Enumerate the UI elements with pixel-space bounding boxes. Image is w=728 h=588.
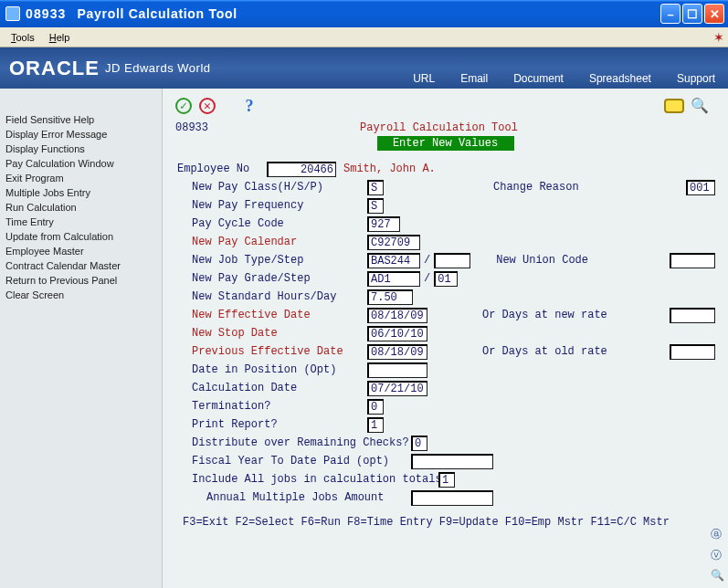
- change-reason-input[interactable]: [686, 180, 715, 195]
- termination-input[interactable]: [367, 399, 384, 415]
- date-in-pos-label: Date in Position (Opt): [175, 363, 367, 376]
- sidebar: Field Sensitive Help Display Error Messa…: [0, 89, 163, 588]
- termination-label: Termination?: [175, 400, 367, 413]
- menu-bar: Tools Help ✶: [0, 27, 728, 47]
- close-button[interactable]: ✕: [704, 4, 724, 24]
- dist-checks-label: Distribute over Remaining Checks?: [175, 436, 387, 449]
- eff-date-input[interactable]: [367, 308, 427, 323]
- minimize-button[interactable]: –: [660, 4, 681, 24]
- pay-freq-label: New Pay Frequency: [175, 199, 367, 212]
- pay-freq-input[interactable]: [367, 198, 384, 214]
- stop-date-input[interactable]: [367, 326, 427, 341]
- maximize-button[interactable]: ☐: [682, 4, 702, 24]
- brand-header: ORACLE JD Edwards World URL Email Docume…: [0, 47, 728, 89]
- annual-mj-label: Annual Multiple Jobs Amount: [175, 491, 387, 504]
- screen-title: Payroll Calculation Tool: [208, 121, 670, 134]
- std-hours-input[interactable]: [367, 289, 413, 305]
- sidebar-item[interactable]: Contract Calendar Master: [5, 258, 158, 273]
- change-reason-label: Change Reason: [493, 181, 579, 194]
- app-icon: [5, 6, 20, 21]
- fytd-paid-label: Fiscal Year To Date Paid (opt): [175, 455, 387, 467]
- scroll-up-icon[interactable]: ⓐ: [711, 527, 724, 542]
- search-icon[interactable]: 🔍: [691, 98, 708, 114]
- pay-grade-label: New Pay Grade/Step: [175, 272, 367, 285]
- print-report-input[interactable]: [367, 417, 384, 433]
- function-key-hint: F3=Exit F2=Select F6=Run F8=Time Entry F…: [175, 516, 715, 529]
- pay-cycle-label: Pay Cycle Code: [175, 217, 367, 230]
- calc-date-input[interactable]: [367, 381, 427, 396]
- employee-no-input[interactable]: [267, 162, 336, 177]
- job-step-input[interactable]: [434, 253, 470, 268]
- prev-eff-label: Previous Effective Date: [175, 345, 367, 358]
- date-in-pos-input[interactable]: [367, 362, 427, 378]
- toolbar: ✓ ✕ ? 🔍: [175, 96, 715, 116]
- pay-class-input[interactable]: [367, 180, 384, 195]
- headerlink-url[interactable]: URL: [413, 72, 435, 85]
- union-code-input[interactable]: [670, 253, 715, 268]
- pay-calendar-label: New Pay Calendar: [175, 236, 367, 248]
- pay-cycle-input[interactable]: [367, 216, 400, 232]
- oracle-logo: ORACLE: [9, 57, 100, 80]
- headerlink-spreadsheet[interactable]: Spreadsheet: [589, 72, 651, 85]
- dist-checks-input[interactable]: [411, 436, 427, 451]
- mode-banner: Enter New Values: [377, 136, 514, 151]
- employee-name: Smith, John A.: [343, 163, 436, 175]
- headerlink-support[interactable]: Support: [677, 72, 715, 85]
- sidebar-item[interactable]: Employee Master: [5, 244, 158, 258]
- cancel-icon[interactable]: ✕: [199, 98, 216, 114]
- menu-help[interactable]: Help: [42, 30, 78, 45]
- eff-date-label: New Effective Date: [175, 309, 367, 321]
- sidebar-item[interactable]: Clear Screen: [5, 288, 158, 302]
- days-new-input[interactable]: [670, 308, 715, 323]
- union-code-label: New Union Code: [496, 254, 588, 267]
- sidebar-item[interactable]: Multiple Jobs Entry: [5, 185, 158, 200]
- job-type-input[interactable]: [367, 253, 420, 268]
- job-type-label: New Job Type/Step: [175, 254, 367, 267]
- sidebar-item[interactable]: Run Calculation: [5, 200, 158, 215]
- zoom-icon[interactable]: 🔍: [711, 569, 724, 583]
- help-icon[interactable]: ?: [241, 98, 258, 114]
- headerlink-email[interactable]: Email: [460, 72, 488, 85]
- menu-corner-glyph: ✶: [713, 30, 724, 45]
- scroll-nav: ⓐ ⓥ 🔍: [711, 527, 724, 583]
- sidebar-item[interactable]: Return to Previous Panel: [5, 273, 158, 288]
- slash: /: [420, 272, 434, 285]
- sidebar-item[interactable]: Time Entry: [5, 215, 158, 229]
- sidebar-item[interactable]: Update from Calculation: [5, 229, 158, 244]
- include-all-input[interactable]: [438, 472, 455, 488]
- pay-grade-step-input[interactable]: [434, 271, 458, 287]
- menu-tools[interactable]: Tools: [4, 30, 42, 45]
- sidebar-item[interactable]: Field Sensitive Help: [5, 112, 158, 127]
- days-new-label: Or Days at new rate: [482, 309, 607, 321]
- calc-date-label: Calculation Date: [175, 382, 367, 394]
- window-title: Payroll Calculation Tool: [78, 6, 237, 21]
- stop-date-label: New Stop Date: [175, 327, 367, 340]
- days-old-label: Or Days at old rate: [482, 345, 607, 358]
- sidebar-item[interactable]: Exit Program: [5, 171, 158, 185]
- window-code: 08933: [26, 6, 67, 21]
- pay-class-label: New Pay Class(H/S/P): [175, 181, 367, 194]
- chat-icon[interactable]: [664, 99, 684, 113]
- headerlink-document[interactable]: Document: [513, 72, 564, 85]
- sidebar-item[interactable]: Pay Calculation Window: [5, 156, 158, 171]
- scroll-down-icon[interactable]: ⓥ: [711, 548, 724, 563]
- employee-no-label: Employee No: [175, 163, 267, 175]
- main-panel: ✓ ✕ ? 🔍 08933 Payroll Calculation Tool E…: [163, 89, 728, 588]
- sidebar-item[interactable]: Display Error Message: [5, 127, 158, 142]
- days-old-input[interactable]: [670, 344, 715, 360]
- ok-icon[interactable]: ✓: [175, 98, 192, 114]
- pay-grade-input[interactable]: [367, 271, 420, 287]
- window-titlebar: 08933 Payroll Calculation Tool – ☐ ✕: [0, 0, 728, 27]
- print-report-label: Print Report?: [175, 418, 367, 431]
- include-all-label: Include All jobs in calculation totals: [175, 473, 438, 486]
- std-hours-label: New Standard Hours/Day: [175, 290, 367, 303]
- fytd-paid-input[interactable]: [411, 454, 493, 469]
- annual-mj-input[interactable]: [411, 490, 493, 506]
- screen-id: 08933: [175, 121, 208, 134]
- slash: /: [420, 254, 434, 267]
- sidebar-item[interactable]: Display Functions: [5, 142, 158, 156]
- pay-calendar-input[interactable]: [367, 235, 420, 250]
- prev-eff-input[interactable]: [367, 344, 427, 360]
- oracle-tagline: JD Edwards World: [105, 61, 211, 75]
